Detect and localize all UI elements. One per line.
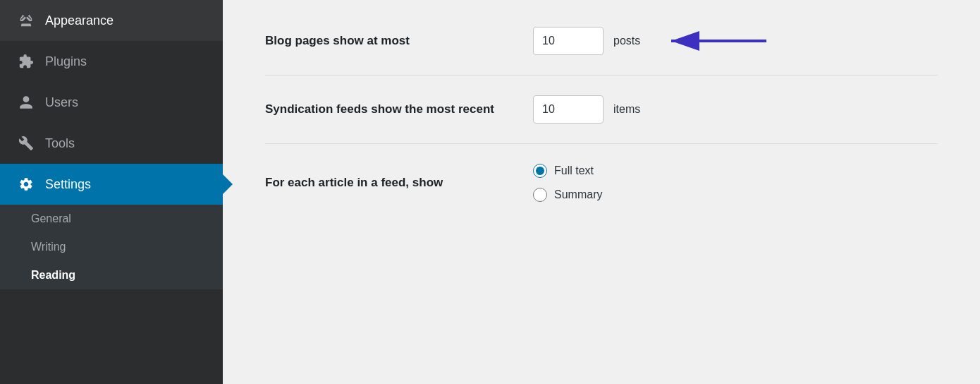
article-feed-radio-group: Full text Summary <box>533 164 602 202</box>
blog-pages-control: posts <box>533 27 938 55</box>
blog-pages-unit: posts <box>613 35 640 47</box>
settings-icon <box>17 175 35 193</box>
sidebar-item-writing[interactable]: Writing <box>0 233 223 261</box>
main-content: Blog pages show at most posts Syndicatio… <box>223 0 980 384</box>
settings-sub-nav: General Writing Reading <box>0 205 223 289</box>
summary-option[interactable]: Summary <box>533 188 602 202</box>
syndication-feeds-input[interactable] <box>533 95 604 124</box>
blog-pages-input[interactable] <box>533 27 604 55</box>
syndication-feeds-unit: items <box>613 103 640 116</box>
appearance-icon <box>17 11 35 30</box>
summary-radio[interactable] <box>533 188 547 202</box>
full-text-option[interactable]: Full text <box>533 164 602 178</box>
tools-icon <box>17 134 35 152</box>
arrow-annotation <box>657 30 770 52</box>
sidebar: Appearance Plugins Users Tools <box>0 0 223 384</box>
syndication-feeds-label: Syndication feeds show the most recent <box>265 101 505 118</box>
full-text-label: Full text <box>554 164 594 177</box>
blog-pages-label: Blog pages show at most <box>265 32 505 49</box>
article-feed-row: For each article in a feed, show Full te… <box>265 144 938 222</box>
plugins-icon <box>17 52 35 71</box>
sidebar-item-appearance[interactable]: Appearance <box>0 0 223 41</box>
arrow-icon <box>657 30 770 52</box>
sidebar-item-appearance-label: Appearance <box>45 13 114 28</box>
article-feed-control: Full text Summary <box>533 164 938 202</box>
blog-pages-row: Blog pages show at most posts <box>265 7 938 76</box>
sidebar-item-reading[interactable]: Reading <box>0 261 223 289</box>
users-icon <box>17 93 35 112</box>
sidebar-item-plugins-label: Plugins <box>45 54 87 69</box>
summary-label: Summary <box>554 188 602 201</box>
syndication-feeds-control: items <box>533 95 938 124</box>
sidebar-item-plugins[interactable]: Plugins <box>0 41 223 82</box>
sidebar-item-general[interactable]: General <box>0 205 223 233</box>
sidebar-item-tools[interactable]: Tools <box>0 123 223 164</box>
article-feed-label: For each article in a feed, show <box>265 174 505 191</box>
syndication-feeds-row: Syndication feeds show the most recent i… <box>265 76 938 144</box>
sidebar-item-settings-label: Settings <box>45 177 91 192</box>
sidebar-item-settings[interactable]: Settings <box>0 164 223 205</box>
sidebar-item-users[interactable]: Users <box>0 82 223 123</box>
sidebar-item-tools-label: Tools <box>45 136 75 151</box>
sidebar-item-users-label: Users <box>45 95 78 110</box>
full-text-radio[interactable] <box>533 164 547 178</box>
